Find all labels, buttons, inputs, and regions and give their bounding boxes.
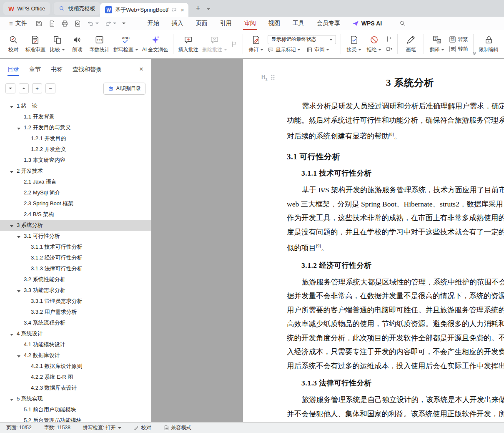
toc-item[interactable]: 4.2.2 系统 E-R 图 [0,372,151,383]
next-change-icon[interactable] [386,46,393,53]
toc-expand-triangle-icon[interactable] [17,352,24,359]
document-page[interactable]: H1 3 系统分析需求分析是研发人员经过调研和分析后准确理解用户需求，确定系统需… [243,59,504,422]
print-button[interactable] [60,19,69,28]
toc-item[interactable]: 1.2.1 开发目的 [0,133,151,144]
toc-item[interactable]: 3 系统分析 [0,220,151,231]
sidebar-tab-contents[interactable]: 目录 [8,60,19,78]
document-area[interactable]: H1 3 系统分析需求分析是研发人员经过调研和分析后准确理解用户需求，确定系统需… [151,59,504,422]
toc-item[interactable]: 3.1.1 技术可行性分析 [0,242,151,252]
tab-current-document[interactable]: W 基于Web+SpringBoot的旅游 × [100,3,188,17]
menu-tab-page[interactable]: 页面 [190,17,214,30]
delete-comment-button[interactable]: 删除批注 [200,33,229,55]
collapse-ribbon-icon[interactable] [472,50,476,57]
review-pane-button[interactable]: 审阅 [306,46,329,53]
toc-item[interactable]: 1.2 开发目的与意义 [0,122,151,133]
simplified-to-traditional-button[interactable]: 简 转繁 [449,36,468,43]
toc-expand-triangle-icon[interactable] [10,103,17,109]
toc-item[interactable]: 1.3 本文研究内容 [0,155,151,166]
menu-tab-reference[interactable]: 引用 [214,17,238,30]
toc-expand-triangle-icon[interactable] [10,222,17,229]
proofread-button[interactable]: 校对 [3,33,23,55]
show-markup-button[interactable]: 显示标记 [268,46,301,53]
toc-item[interactable]: 3.3.2 用户需求分析 [0,307,151,317]
track-changes-button[interactable]: 修订 [246,33,266,55]
menu-tab-insert[interactable]: 插入 [165,17,190,30]
close-sidebar-icon[interactable]: × [139,65,143,73]
toc-item[interactable]: 5 系统实现 [0,393,151,404]
markup-state-dropdown[interactable]: 显示标记的最终状态 [268,35,336,44]
menu-tab-review[interactable]: 审阅 [238,17,262,30]
toc-expand-triangle-icon[interactable] [17,233,24,239]
toc-item[interactable]: 4.2.1 数据库设计原则 [0,361,151,372]
collapse-all-button[interactable] [5,83,15,93]
toc-item[interactable]: 4.1 功能模块设计 [0,339,151,350]
close-tab-icon[interactable]: × [180,7,185,13]
word-count-indicator[interactable]: 字数: 11538 [44,424,70,431]
new-tab-button[interactable]: + [193,3,203,14]
spell-check-indicator[interactable]: 拼写检查: 打开 [83,424,121,431]
accept-button[interactable]: 接受 [344,33,364,55]
spell-check-button[interactable]: ABC 拼写检查 [111,33,140,55]
file-menu-button[interactable]: ≡ 文件 [6,17,30,30]
redo-button[interactable] [104,19,117,28]
toc-item[interactable]: 5.2 后台管理员功能模块 [0,415,151,422]
restrict-editing-button[interactable]: 限制编辑 [476,33,501,55]
standard-review-button[interactable]: 标准审查 [23,33,48,55]
toc-item[interactable]: 4 系统设计 [0,328,151,339]
more-commands-button[interactable] [121,22,126,25]
menu-tab-member[interactable]: 会员专享 [311,17,346,30]
toc-item[interactable]: 1 绪 论 [0,101,151,111]
ai-recognize-toc-button[interactable]: AI识别目录 [103,83,145,95]
compare-button[interactable]: 比较 [48,33,68,55]
traditional-to-simplified-button[interactable]: 繁 转简 [449,45,468,53]
ink-brush-button[interactable]: 画笔 [401,33,421,55]
menu-tab-home[interactable]: 开始 [141,17,165,30]
menu-tab-tools[interactable]: 工具 [286,17,311,30]
tab-wps-office[interactable]: W WPS Office [3,2,50,15]
tab-docer-template[interactable]: 找稻壳模板 [54,2,100,15]
toc-expand-triangle-icon[interactable] [10,331,17,337]
toc-item[interactable]: 3.3.1 管理员需求分析 [0,296,151,307]
sidebar-tab-chapters[interactable]: 章节 [29,60,41,78]
toc-item[interactable]: 2.3 Spring Boot 框架 [0,198,151,209]
toc-item[interactable]: 5.1 前台用户功能模块 [0,404,151,415]
drag-handle-icon[interactable] [271,74,275,81]
read-aloud-button[interactable]: 朗读 [68,33,88,55]
page-indicator[interactable]: 页面: 10/52 [6,424,32,431]
toc-item[interactable]: 3.4 系统流程分析 [0,317,151,328]
reject-button[interactable]: 拒绝 [364,33,384,55]
search-button[interactable] [394,17,411,30]
word-count-button[interactable]: 123 字数统计 [88,33,112,55]
toc-item[interactable]: 4.2 数据库设计 [0,350,151,361]
toc-item[interactable]: 4.2.3 数据库表设计 [0,383,151,393]
undo-button[interactable] [86,19,100,28]
toc-item[interactable]: 3.1 可行性分析 [0,231,151,242]
sidebar-tab-find-replace[interactable]: 查找和替换 [73,60,102,78]
toc-expand-triangle-icon[interactable] [17,287,24,294]
toc-item[interactable]: 2 开发技术 [0,166,151,176]
toc-item[interactable]: 1.2.2 开发意义 [0,144,151,155]
ai-polish-button[interactable]: AI 全文润色 [140,33,170,55]
tab-list-chevron-icon[interactable] [207,8,210,10]
toc-expand-triangle-icon[interactable] [17,125,24,131]
export-pdf-button[interactable] [48,19,56,28]
toc-item[interactable]: 3.1.2 经济可行性分析 [0,252,151,263]
menu-tab-view[interactable]: 视图 [262,17,286,30]
toc-expand-triangle-icon[interactable] [10,168,17,174]
sidebar-tab-bookmarks[interactable]: 书签 [51,60,63,78]
previous-comment-icon[interactable] [231,40,238,48]
save-button[interactable] [35,19,43,28]
toc-item[interactable]: 2.1 Java 语言 [0,176,151,187]
toc-item[interactable]: 3.3 功能需求分析 [0,285,151,296]
expand-all-button[interactable] [19,83,29,93]
increase-level-button[interactable]: + [32,83,42,93]
toc-item[interactable]: 2.4 B/S 架构 [0,209,151,220]
proofread-status[interactable]: 校对 [134,424,151,431]
insert-comment-button[interactable]: 插入批注 [176,33,201,55]
translate-button[interactable]: 文A 翻译 [427,33,447,55]
toc-item[interactable]: 3.1.3 法律可行性分析 [0,263,151,274]
toc-item[interactable]: 3.2 系统性能分析 [0,274,151,285]
previous-change-icon[interactable] [386,35,393,43]
wps-ai-button[interactable]: WPS AI [346,17,388,30]
toc-item[interactable]: 2.2 MySql 简介 [0,187,151,198]
